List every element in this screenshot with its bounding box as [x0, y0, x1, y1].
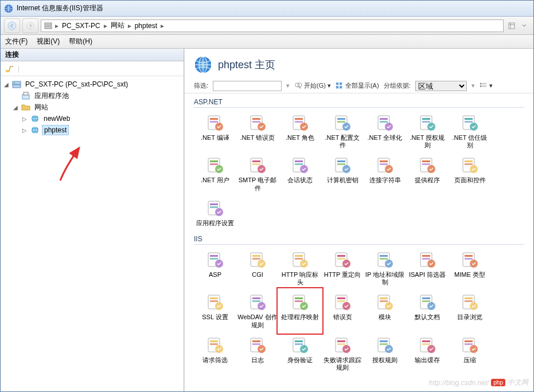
feature-icon-item[interactable]: MIME 类型 — [449, 247, 491, 289]
breadcrumb-item[interactable]: PC_SXT-PC — [61, 22, 102, 30]
feature-icon — [376, 156, 394, 174]
svg-rect-119 — [210, 297, 218, 299]
feature-icon-item[interactable]: 失败请求跟踪规则 — [321, 332, 364, 375]
group-by-select[interactable]: 区域 — [415, 81, 467, 91]
svg-rect-44 — [337, 121, 345, 123]
feature-icon-item[interactable]: .NET 错误页 — [236, 110, 279, 152]
breadcrumb-item[interactable]: phptest — [134, 22, 158, 30]
view-mode-button[interactable]: ▾ — [480, 82, 493, 90]
globe-icon — [194, 56, 212, 74]
filter-showall-button[interactable]: 全部显示(A) — [336, 81, 379, 90]
tree-app-pools[interactable]: 应用程序池 — [3, 90, 181, 101]
content-header: phptest 主页 — [185, 49, 533, 79]
filter-start-button[interactable]: 开始(G) ▾ — [294, 81, 331, 90]
nav-home-button[interactable] — [506, 20, 517, 32]
page-title: phptest 主页 — [218, 58, 275, 72]
tree-site-newweb[interactable]: ▷ newWeb — [3, 113, 181, 124]
feature-icon — [418, 113, 436, 132]
feature-icon-item[interactable]: 授权规则 — [364, 332, 406, 375]
breadcrumb-item[interactable]: 网站 — [110, 21, 126, 30]
feature-label: HTTP 响应标头 — [280, 271, 320, 286]
feature-icon-item[interactable]: 身份验证 — [279, 332, 321, 375]
filter-input[interactable] — [213, 81, 282, 91]
feature-icon-item[interactable]: .NET 授权规则 — [406, 110, 449, 152]
feature-icon-item[interactable]: .NET 角色 — [279, 110, 321, 152]
feature-icon-item[interactable]: 目录浏览 — [449, 289, 491, 332]
tree-site-phptest[interactable]: ▷ phptest — [3, 124, 181, 136]
svg-rect-60 — [210, 163, 218, 165]
feature-icon-item[interactable]: 压缩 — [449, 332, 491, 375]
nav-back-button[interactable] — [4, 18, 20, 33]
chevron-right-icon: ▸ — [104, 22, 107, 30]
globe-icon — [30, 114, 40, 123]
feature-icon — [376, 336, 394, 354]
feature-icon-item[interactable]: .NET 信任级别 — [449, 110, 491, 152]
watermark: http://blog.csdn.net/ php 中文网 — [429, 378, 528, 387]
navbar: ▸ PC_SXT-PC ▸ 网站 ▸ phptest ▸ — [1, 17, 533, 35]
feature-icon — [291, 113, 309, 132]
php-badge: php — [491, 379, 505, 386]
menu-file[interactable]: 文件(F) — [5, 37, 28, 46]
nav-forward-button[interactable] — [22, 18, 38, 33]
svg-rect-67 — [295, 160, 303, 162]
feature-label: .NET 配置文件 — [322, 134, 363, 149]
feature-icon-item[interactable]: 错误页 — [321, 289, 364, 332]
svg-rect-4 — [45, 26, 52, 29]
feature-icon-item[interactable]: SSL 设置 — [194, 289, 236, 332]
svg-rect-64 — [252, 163, 260, 165]
feature-icon-item[interactable]: SMTP 电子邮件 — [236, 152, 279, 195]
svg-rect-132 — [337, 300, 345, 302]
feature-label: 计算机密钥 — [327, 177, 358, 184]
menu-view[interactable]: 视图(V) — [37, 37, 60, 46]
feature-icon-item[interactable]: HTTP 重定向 — [321, 247, 364, 289]
feature-icon-item[interactable]: 输出缓存 — [406, 332, 449, 375]
feature-icon-item[interactable]: 请求筛选 — [194, 332, 236, 375]
feature-icon-item[interactable]: .NET 编译 — [194, 110, 236, 152]
feature-icon-item[interactable]: HTTP 响应标头 — [279, 247, 321, 289]
feature-icon-item[interactable]: 日志 — [236, 332, 279, 375]
feature-icon-item[interactable]: IP 地址和域限制 — [364, 247, 406, 289]
expand-icon[interactable]: ▷ — [21, 116, 28, 122]
breadcrumb[interactable]: ▸ PC_SXT-PC ▸ 网站 ▸ phptest ▸ — [41, 19, 504, 32]
sidebar: 连接 | ◢ PC_SXT-PC (PC_sxt-PC\PC_sxt) 应用程序… — [1, 49, 184, 391]
menu-help[interactable]: 帮助(H) — [69, 37, 92, 46]
feature-icon-item[interactable]: 处理程序映射 — [279, 289, 321, 332]
feature-icon-item[interactable]: 计算机密钥 — [321, 152, 364, 195]
feature-icon — [418, 250, 436, 269]
svg-rect-112 — [422, 258, 430, 260]
feature-icon — [206, 250, 224, 269]
svg-rect-148 — [210, 343, 218, 345]
feature-icon-item[interactable]: 提供程序 — [406, 152, 449, 195]
svg-rect-68 — [295, 163, 303, 165]
feature-icon-item[interactable]: .NET 用户 — [194, 152, 236, 195]
feature-icon-item[interactable]: WebDAV 创作规则 — [236, 289, 279, 332]
tree-label: newWeb — [42, 114, 72, 123]
connections-button[interactable] — [4, 63, 15, 75]
feature-icon-item[interactable]: .NET 配置文件 — [321, 110, 364, 152]
feature-label: 默认文档 — [415, 313, 440, 321]
feature-icon — [248, 156, 267, 174]
feature-icon-item[interactable]: CGI — [236, 247, 279, 289]
svg-rect-99 — [295, 255, 303, 257]
nav-more-button[interactable] — [519, 20, 530, 32]
feature-icon-item[interactable]: ISAPI 筛选器 — [406, 247, 449, 289]
feature-icon — [461, 156, 479, 174]
feature-icon-item[interactable]: 会话状态 — [279, 152, 321, 195]
svg-rect-151 — [252, 340, 260, 342]
svg-rect-100 — [295, 258, 303, 260]
server-icon — [44, 21, 53, 30]
collapse-icon[interactable]: ◢ — [3, 81, 10, 88]
feature-icon-item[interactable]: 默认文档 — [406, 289, 449, 332]
tree-sites[interactable]: ◢ 网站 — [3, 101, 181, 113]
feature-icon — [333, 336, 352, 354]
feature-icon-item[interactable]: .NET 全球化 — [364, 110, 406, 152]
tree-root[interactable]: ◢ PC_SXT-PC (PC_sxt-PC\PC_sxt) — [3, 79, 181, 90]
feature-icon-item[interactable]: ASP — [194, 247, 236, 289]
feature-icon-item[interactable]: 模块 — [364, 289, 406, 332]
tree-label: 网站 — [33, 102, 50, 113]
feature-icon-item[interactable]: 应用程序设置 — [194, 195, 236, 230]
expand-icon[interactable]: ▷ — [21, 127, 28, 134]
feature-icon-item[interactable]: 页面和控件 — [449, 152, 491, 195]
feature-icon-item[interactable]: 连接字符串 — [364, 152, 406, 195]
collapse-icon[interactable]: ◢ — [12, 104, 19, 111]
